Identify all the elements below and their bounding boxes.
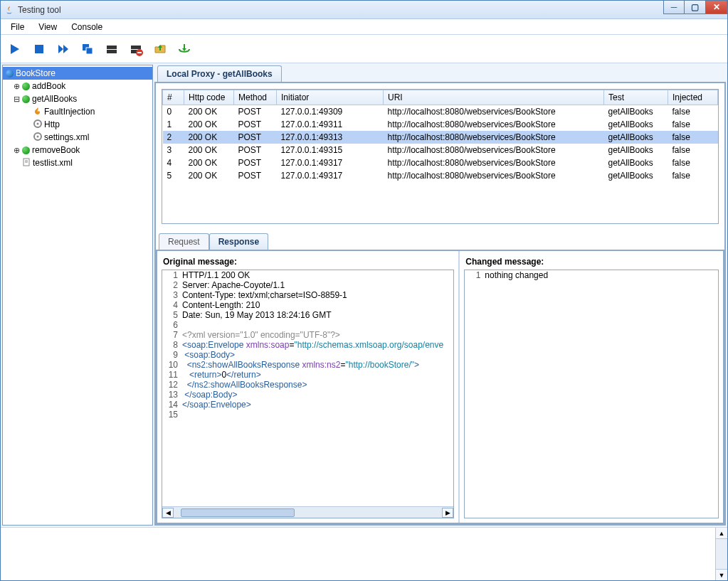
fire-icon bbox=[33, 107, 42, 117]
console-panel[interactable]: ▲ ▼ bbox=[1, 527, 727, 580]
tab-request[interactable]: Request bbox=[159, 233, 209, 250]
cell-initiator: 127.0.0.1:49313 bbox=[277, 131, 384, 144]
svg-rect-11 bbox=[137, 52, 142, 53]
svg-rect-7 bbox=[107, 50, 117, 53]
cell-http: 200 OK bbox=[184, 169, 234, 182]
svg-marker-2 bbox=[58, 45, 63, 53]
col-injected[interactable]: Injected bbox=[668, 90, 718, 105]
play-button[interactable] bbox=[5, 39, 25, 59]
changed-message-box[interactable]: 1nothing changed bbox=[464, 270, 719, 518]
menu-file[interactable]: File bbox=[5, 21, 30, 33]
cell-n: 3 bbox=[163, 144, 184, 156]
tree-item-http[interactable]: Http bbox=[3, 118, 152, 131]
cell-test: getAllBooks bbox=[604, 105, 668, 119]
tree-label: settings.xml bbox=[44, 132, 89, 142]
col-method[interactable]: Method bbox=[234, 90, 277, 105]
window-title: Testing tool bbox=[18, 5, 61, 15]
cell-initiator: 127.0.0.1:49317 bbox=[277, 156, 384, 169]
tree-label: FaultInjection bbox=[44, 107, 95, 117]
tree-item-settings[interactable]: settings.xml bbox=[3, 131, 152, 144]
cell-initiator: 127.0.0.1:49309 bbox=[277, 105, 384, 119]
svg-point-16 bbox=[37, 122, 39, 124]
col-test[interactable]: Test bbox=[604, 90, 668, 105]
tree-label: addBook bbox=[32, 81, 65, 91]
node-icon bbox=[22, 146, 30, 154]
tree-item-getallbooks[interactable]: ⊟ getAllBooks bbox=[3, 92, 152, 105]
minimize-button[interactable]: ─ bbox=[663, 0, 685, 14]
tree-item-testlist[interactable]: testlist.xml bbox=[3, 156, 152, 169]
cell-uri: http://localhost:8080/webservices/BookSt… bbox=[384, 105, 604, 119]
tree-item-faultinjection[interactable]: FaultInjection bbox=[3, 105, 152, 118]
original-message-box[interactable]: 1HTTP/1.1 200 OK 2Server: Apache-Coyote/… bbox=[162, 270, 454, 518]
expand-icon[interactable]: ⊕ bbox=[14, 83, 20, 90]
server-button[interactable] bbox=[102, 39, 122, 59]
horizontal-scrollbar[interactable]: ◀ ▶ bbox=[162, 506, 453, 518]
titlebar[interactable]: Testing tool ─ ▢ ✕ bbox=[1, 1, 727, 19]
tree-sidebar[interactable]: BookStore ⊕ addBook ⊟ getAllBooks FaultI… bbox=[2, 65, 153, 526]
cell-initiator: 127.0.0.1:49311 bbox=[277, 118, 384, 131]
col-num[interactable]: # bbox=[163, 90, 184, 105]
open-folder-button[interactable] bbox=[150, 39, 170, 59]
tree-label: BookStore bbox=[16, 68, 56, 78]
cell-http: 200 OK bbox=[184, 144, 234, 156]
svg-marker-3 bbox=[63, 45, 68, 53]
scroll-up-icon[interactable]: ▲ bbox=[716, 528, 727, 539]
tree-item-addbook[interactable]: ⊕ addBook bbox=[3, 80, 152, 92]
cell-method: POST bbox=[234, 105, 277, 119]
cell-inj: false bbox=[668, 105, 718, 119]
cell-test: getAllBooks bbox=[604, 131, 668, 144]
svg-rect-6 bbox=[107, 46, 117, 49]
table-row[interactable]: 3200 OKPOST127.0.0.1:49315http://localho… bbox=[163, 144, 718, 156]
table-row[interactable]: 4200 OKPOST127.0.0.1:49317http://localho… bbox=[163, 156, 718, 169]
server-stop-button[interactable] bbox=[126, 39, 146, 59]
stop-button[interactable] bbox=[29, 39, 49, 59]
menu-console[interactable]: Console bbox=[65, 21, 108, 33]
cell-http: 200 OK bbox=[184, 105, 234, 119]
tree-item-removebook[interactable]: ⊕ removeBook bbox=[3, 144, 152, 156]
tab-response[interactable]: Response bbox=[209, 233, 268, 250]
table-row[interactable]: 0200 OKPOST127.0.0.1:49309http://localho… bbox=[163, 105, 718, 119]
cell-uri: http://localhost:8080/webservices/BookSt… bbox=[384, 118, 604, 131]
col-uri[interactable]: URI bbox=[384, 90, 604, 105]
cell-inj: false bbox=[668, 169, 718, 182]
svg-rect-8 bbox=[131, 46, 141, 49]
cell-method: POST bbox=[234, 156, 277, 169]
requests-table[interactable]: # Http code Method Initiator URI Test In… bbox=[162, 89, 719, 224]
cell-test: getAllBooks bbox=[604, 156, 668, 169]
table-row[interactable]: 1200 OKPOST127.0.0.1:49311http://localho… bbox=[163, 118, 718, 131]
tab-local-proxy[interactable]: Local Proxy - getAllBooks bbox=[157, 65, 282, 82]
node-icon bbox=[22, 82, 30, 90]
scroll-thumb[interactable] bbox=[181, 508, 295, 517]
vertical-scrollbar[interactable]: ▲ ▼ bbox=[715, 528, 727, 580]
cell-method: POST bbox=[234, 169, 277, 182]
java-icon bbox=[4, 4, 15, 16]
scroll-down-icon[interactable]: ▼ bbox=[716, 569, 727, 580]
svg-point-18 bbox=[37, 135, 39, 137]
table-row[interactable]: 5200 OKPOST127.0.0.1:49317http://localho… bbox=[163, 169, 718, 182]
menu-view[interactable]: View bbox=[33, 21, 63, 33]
cell-uri: http://localhost:8080/webservices/BookSt… bbox=[384, 169, 604, 182]
cell-initiator: 127.0.0.1:49317 bbox=[277, 169, 384, 182]
file-icon bbox=[22, 158, 31, 169]
expand-icon[interactable]: ⊕ bbox=[14, 147, 20, 154]
cell-test: getAllBooks bbox=[604, 169, 668, 182]
cell-n: 1 bbox=[163, 118, 184, 131]
table-row[interactable]: 2200 OKPOST127.0.0.1:49313http://localho… bbox=[163, 131, 718, 144]
tree-label: Http bbox=[44, 119, 60, 129]
maximize-button[interactable]: ▢ bbox=[685, 0, 706, 14]
scroll-left-icon[interactable]: ◀ bbox=[162, 508, 174, 518]
cell-method: POST bbox=[234, 131, 277, 144]
gear-icon bbox=[33, 119, 42, 130]
cell-method: POST bbox=[234, 144, 277, 156]
col-initiator[interactable]: Initiator bbox=[277, 90, 384, 105]
tree-root-bookstore[interactable]: BookStore bbox=[3, 67, 152, 80]
stop-all-button[interactable] bbox=[78, 39, 97, 59]
collapse-icon[interactable]: ⊟ bbox=[14, 96, 20, 102]
cell-test: getAllBooks bbox=[604, 118, 668, 131]
fast-forward-button[interactable] bbox=[53, 39, 73, 59]
scroll-right-icon[interactable]: ▶ bbox=[442, 508, 453, 518]
cell-n: 4 bbox=[163, 156, 184, 169]
import-button[interactable] bbox=[174, 39, 194, 59]
col-http[interactable]: Http code bbox=[184, 90, 234, 105]
close-button[interactable]: ✕ bbox=[706, 0, 727, 14]
